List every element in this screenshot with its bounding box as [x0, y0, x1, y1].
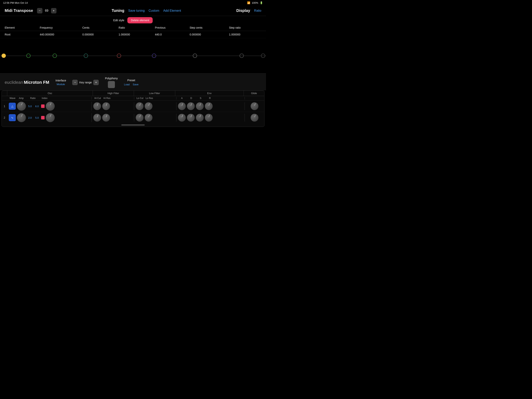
synth-panel: Osc High Filter Low Filter Env Glide Wav…	[1, 90, 265, 127]
col-ratio: Ratio	[115, 25, 152, 31]
add-element-link[interactable]: Add Element	[163, 9, 181, 13]
col-step-cents: Step cents	[187, 25, 226, 31]
col-step-ratio: Step ratio	[226, 25, 266, 31]
interface-value[interactable]: Module	[56, 83, 66, 86]
row-2-ratio-dot[interactable]	[41, 116, 44, 119]
synth-row-2: 2 ∿ 2.0 5.0	[2, 112, 264, 123]
row-2-ratio2-value: 5.0	[34, 116, 40, 119]
amp-col-label: Amp	[17, 97, 25, 100]
delete-element-button[interactable]: Delete element	[127, 17, 153, 23]
row-1-glide-knob[interactable]	[251, 102, 258, 110]
index-col-label: Index	[40, 97, 49, 100]
wifi-icon: 📶	[247, 1, 250, 4]
row-1-env-r-knob[interactable]	[205, 102, 213, 110]
pitch-dot[interactable]	[117, 54, 121, 58]
pitch-dot[interactable]	[152, 54, 156, 58]
row-1-lo-res-knob[interactable]	[145, 102, 152, 110]
tuning-table-container: Element Frequency Cents Ratio Previous S…	[0, 25, 266, 38]
lo-res-col-label: Lo Res	[145, 97, 154, 100]
row-2-hi-cut-knob[interactable]	[93, 114, 101, 122]
row-1-hi-cut-knob[interactable]	[93, 102, 101, 110]
row-1-env-s-knob[interactable]	[196, 102, 204, 110]
polyphony-group: Polyphony	[105, 77, 118, 88]
row-2-env-d-knob[interactable]	[187, 114, 195, 122]
tuning-title: Tuning	[112, 8, 124, 13]
ratio-link[interactable]: Ratio	[254, 9, 261, 13]
row-1-env-d-knob[interactable]	[187, 102, 195, 110]
pitch-dot[interactable]	[84, 54, 88, 58]
midi-transpose-title: Midi Transpose	[5, 8, 33, 13]
app-title: euclidean Microton FM	[5, 80, 49, 85]
transpose-plus-button[interactable]: +	[51, 8, 57, 13]
table-header-row: Element Frequency Cents Ratio Previous S…	[0, 25, 266, 31]
transpose-value: 69	[44, 9, 50, 13]
row-2-index-knob[interactable]	[46, 113, 55, 122]
pitch-dot[interactable]	[53, 54, 57, 58]
scrollbar-row	[2, 123, 264, 127]
transpose-minus-button[interactable]: −	[37, 8, 43, 13]
row-1-ratio-dot[interactable]	[41, 104, 44, 108]
preset-group: Preset Load Save	[124, 79, 139, 86]
ratio-col-label: Ratio	[26, 97, 39, 100]
row-1-lo-cut-knob[interactable]	[136, 102, 144, 110]
row-2-hi-res-knob[interactable]	[102, 114, 110, 122]
row-1-wave-button[interactable]: △	[9, 103, 16, 110]
polyphony-toggle[interactable]	[108, 81, 115, 88]
key-range-plus-button[interactable]: +	[93, 80, 99, 85]
pitch-dot[interactable]	[240, 54, 244, 58]
s-col-label: S	[197, 97, 204, 100]
row-2-env-r-knob[interactable]	[205, 114, 213, 122]
row-2-wave-button[interactable]: ∿	[9, 114, 16, 121]
lo-cut-col-label: Lo Cut	[136, 97, 144, 100]
key-range-label: Key range	[79, 81, 92, 84]
row-1-num: 1	[2, 105, 7, 108]
pitch-dots	[0, 38, 266, 73]
interface-label: Interface	[56, 79, 66, 82]
row-2-amp-knob[interactable]	[17, 113, 26, 122]
row-2-env-a-knob[interactable]	[178, 114, 186, 122]
row-1-hi-res-knob[interactable]	[102, 102, 110, 110]
table-row[interactable]: Root440.0000000.0000001.000000440.00.000…	[0, 31, 266, 38]
pitch-dot[interactable]	[193, 54, 197, 58]
row-1-amp-knob[interactable]	[17, 102, 26, 111]
preset-save-link[interactable]: Save	[133, 83, 139, 86]
key-range-minus-button[interactable]: −	[72, 80, 78, 85]
osc-section-header: Osc	[7, 90, 93, 96]
row-1-ratio2-value: 6.0	[34, 105, 40, 108]
preset-label: Preset	[124, 79, 139, 82]
wave-col-label: Wave	[9, 97, 16, 100]
low-filter-section-header: Low Filter	[134, 90, 175, 96]
row-2-ratio1-value: 2.0	[27, 116, 33, 119]
row-2-env-s-knob[interactable]	[196, 114, 204, 122]
pitch-dot[interactable]	[1, 54, 6, 58]
glide-section-header: Glide	[244, 90, 264, 96]
row-1-ratio1-value: 5.0	[27, 105, 33, 108]
nav-center: Tuning Save tuning Custom Add Element	[112, 8, 181, 13]
row-2-lo-res-knob[interactable]	[145, 114, 152, 122]
edit-style-label: Edit style	[113, 19, 124, 22]
d-col-label: D	[187, 97, 195, 100]
action-bar: Edit style Delete element	[0, 16, 266, 25]
interface-group: Interface Module	[56, 79, 66, 86]
save-tuning-link[interactable]: Save tuning	[128, 9, 145, 13]
scrollbar-thumb[interactable]	[121, 124, 145, 125]
pitch-dot[interactable]	[261, 54, 265, 58]
synth-section-headers: Osc High Filter Low Filter Env Glide	[2, 90, 264, 96]
pitch-area	[0, 38, 266, 73]
row-1-env-a-knob[interactable]	[178, 102, 186, 110]
col-cents: Cents	[79, 25, 115, 31]
preset-load-link[interactable]: Load	[124, 83, 130, 86]
nav-right: Display Ratio	[236, 8, 261, 13]
synth-sub-headers: Wave Amp Ratio Index Hi Cut Hi Res Lo Cu…	[2, 96, 264, 101]
custom-link[interactable]: Custom	[149, 9, 159, 13]
r-col-label: R	[206, 97, 214, 100]
row-2-lo-cut-knob[interactable]	[136, 114, 144, 122]
row-2-glide-knob[interactable]	[251, 114, 258, 122]
a-col-label: A	[178, 97, 186, 100]
pitch-dot[interactable]	[26, 54, 31, 58]
col-frequency: Frequency	[37, 25, 79, 31]
synth-row-1: 1 △ 5.0 6.0	[2, 101, 264, 112]
nav-left: Midi Transpose − 69 +	[5, 8, 57, 13]
row-1-index-knob[interactable]	[46, 102, 55, 111]
app-title-bold: Microton FM	[24, 80, 49, 85]
